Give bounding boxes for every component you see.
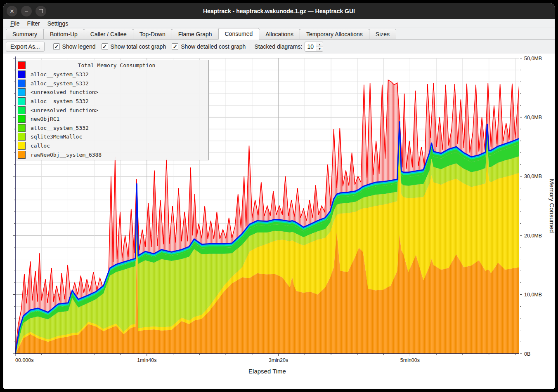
toolbar-separator: [49, 42, 49, 51]
toolbar-separator: [250, 42, 250, 51]
checkmark-icon: ✓: [172, 43, 178, 50]
stacked-diagrams-value: 10: [305, 42, 316, 51]
checkmark-icon: ✓: [102, 43, 108, 50]
tab-top-down[interactable]: Top-Down: [133, 29, 172, 39]
y-tick-label: 0B: [524, 351, 530, 357]
tab-flame-graph[interactable]: Flame Graph: [172, 29, 219, 39]
stacked-diagrams-spinner[interactable]: 10 ▲ ▼: [305, 42, 323, 52]
spin-up-button[interactable]: ▲: [316, 42, 323, 47]
spinner-arrows: ▲ ▼: [316, 42, 323, 51]
menu-filter[interactable]: Filter: [24, 20, 44, 27]
legend-swatch: [18, 115, 26, 123]
checkbox-label: Show detailed cost graph: [181, 43, 246, 50]
tab-bar: SummaryBottom-UpCaller / CalleeTop-DownF…: [3, 28, 555, 40]
y-tick-label: 10,0MB: [524, 292, 542, 298]
legend-title-row: Total Memory Consumption: [17, 61, 208, 70]
tab-sizes[interactable]: Sizes: [369, 29, 396, 39]
toolbar-checkboxes: ✓Show legend✓Show total cost graph✓Show …: [53, 43, 246, 50]
stacked-diagrams-group: Stacked diagrams: 10 ▲ ▼: [254, 42, 323, 52]
maximize-icon: [39, 9, 43, 13]
y-tick-label: 20,0MB: [524, 233, 542, 239]
menu-settings[interactable]: Settings: [44, 20, 72, 27]
checkbox-show-legend[interactable]: ✓Show legend: [53, 43, 96, 50]
tab-allocations[interactable]: Allocations: [259, 29, 300, 39]
legend-item: alloc__system_5332: [17, 70, 208, 79]
legend-label: <unresolved function>: [31, 89, 98, 95]
y-tick-label: 30,0MB: [524, 174, 542, 179]
stacked-diagrams-label: Stacked diagrams:: [254, 43, 302, 50]
y-axis-title: Memory Consumed: [549, 179, 555, 233]
legend-item: sqlite3MemMalloc: [17, 132, 208, 141]
legend-label: newObjRC1: [31, 116, 59, 122]
legend-swatch: [18, 88, 26, 96]
y-tick-label: 40,0MB: [524, 115, 542, 120]
checkbox-label: Show legend: [62, 43, 96, 50]
legend-label: alloc__system_5332: [31, 98, 89, 104]
legend-label: alloc__system_5332: [31, 71, 89, 77]
legend-label: rawNewObj__system_6388: [31, 152, 102, 158]
maximize-button[interactable]: [35, 6, 46, 16]
legend-swatch: [18, 70, 26, 78]
checkbox-show-detailed-cost-graph[interactable]: ✓Show detailed cost graph: [172, 43, 246, 50]
legend-item: <unresolved function>: [17, 88, 208, 97]
tab-temporary-allocations[interactable]: Temporary Allocations: [300, 29, 369, 39]
window-controls: ✕ –: [7, 3, 46, 19]
legend-swatch: [18, 142, 26, 150]
tab-summary[interactable]: Summary: [6, 29, 44, 39]
window-title: Heaptrack - heaptrack.wakunode.1.gz — He…: [203, 8, 355, 14]
app-window: ✕ – Heaptrack - heaptrack.wakunode.1.gz …: [3, 3, 555, 389]
legend-item: newObjRC1: [17, 115, 208, 124]
x-tick-label: 3min20s: [269, 357, 288, 363]
close-button[interactable]: ✕: [7, 6, 17, 16]
legend-item: alloc__system_5332: [17, 123, 208, 132]
title-bar: ✕ – Heaptrack - heaptrack.wakunode.1.gz …: [3, 3, 555, 19]
legend-item: alloc__system_5332: [17, 97, 208, 106]
checkmark-icon: ✓: [53, 43, 60, 50]
legend-label: alloc__system_5332: [31, 125, 89, 131]
legend-swatch: [18, 97, 26, 105]
checkbox-show-total-cost-graph[interactable]: ✓Show total cost graph: [102, 43, 166, 50]
spin-down-button[interactable]: ▼: [316, 47, 323, 52]
x-tick-label: 1min40s: [137, 357, 156, 363]
checkbox-label: Show total cost graph: [111, 43, 166, 50]
toolbar: Export As... ✓Show legend✓Show total cos…: [3, 40, 555, 54]
x-tick-label: 00.000s: [15, 357, 33, 363]
legend-label: calloc: [31, 143, 50, 149]
tab-caller-callee[interactable]: Caller / Callee: [84, 29, 133, 39]
legend-item: calloc: [17, 141, 208, 150]
legend-swatch: [18, 106, 26, 114]
legend-swatch: [18, 151, 26, 159]
legend-swatch-total: [18, 61, 26, 69]
legend-item: alloc__system_5332: [17, 79, 208, 88]
legend-label: alloc__system_5332: [31, 80, 89, 87]
x-tick-label: 5min00s: [400, 357, 420, 363]
legend-item: rawNewObj__system_6388: [17, 150, 208, 159]
legend-title: Total Memory Consumption: [26, 62, 208, 68]
legend-label: <unresolved function>: [31, 107, 98, 113]
menu-file[interactable]: File: [7, 20, 24, 27]
memory-consumed-chart[interactable]: 00.000s1min40s3min20s5min00s0B10,0MB20,0…: [3, 54, 555, 389]
legend-label: sqlite3MemMalloc: [31, 134, 82, 140]
legend-swatch: [18, 124, 26, 132]
x-axis-title: Elapsed Time: [248, 368, 286, 375]
minimize-button[interactable]: –: [21, 6, 32, 16]
menu-bar: FileFilterSettings: [3, 19, 555, 28]
legend-swatch: [18, 80, 26, 87]
legend-swatch: [18, 133, 26, 141]
tab-bottom-up[interactable]: Bottom-Up: [43, 29, 84, 39]
export-as-button[interactable]: Export As...: [6, 42, 45, 52]
tab-consumed[interactable]: Consumed: [218, 28, 260, 40]
y-tick-label: 50,0MB: [524, 56, 542, 61]
legend-item: <unresolved function>: [17, 106, 208, 115]
chart-legend: Total Memory Consumptionalloc__system_53…: [16, 60, 209, 160]
